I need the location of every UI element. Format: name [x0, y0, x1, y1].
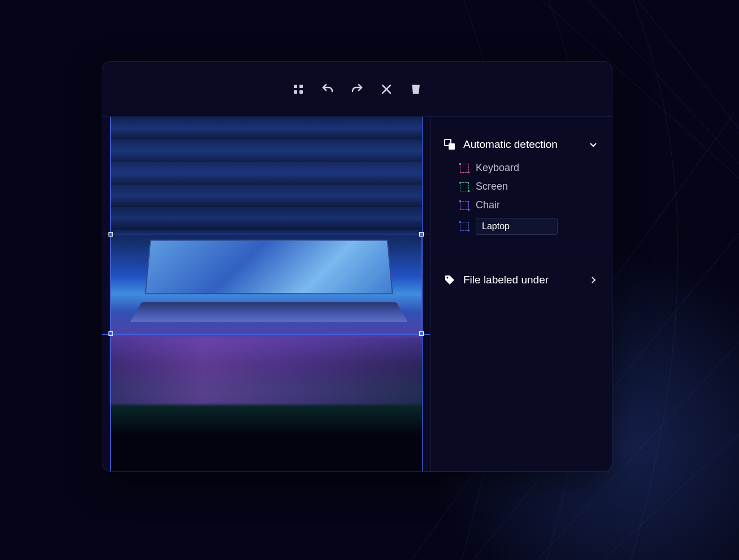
- redo-button[interactable]: [350, 82, 364, 96]
- automatic-detection-header[interactable]: Automatic detection: [431, 117, 612, 162]
- undo-icon: [321, 82, 334, 96]
- close-button[interactable]: [380, 82, 393, 96]
- close-icon: [380, 83, 393, 95]
- bbox-handle-bl[interactable]: [108, 331, 113, 336]
- trash-button[interactable]: [409, 82, 423, 96]
- bbox-icon: [460, 201, 469, 210]
- svg-rect-10: [299, 90, 303, 94]
- detection-title: Automatic detection: [463, 138, 558, 151]
- svg-line-2: [593, 0, 739, 339]
- main-area: Automatic detection Keyboard Screen Chai…: [102, 117, 612, 471]
- bbox-icon: [460, 182, 469, 191]
- label-item-chair[interactable]: Chair: [460, 199, 598, 211]
- svg-rect-8: [299, 85, 303, 88]
- label-text: Chair: [476, 199, 500, 211]
- app-window: Automatic detection Keyboard Screen Chai…: [102, 61, 612, 472]
- svg-rect-14: [449, 143, 455, 150]
- undo-button[interactable]: [321, 82, 334, 96]
- bbox-handle-br[interactable]: [419, 331, 424, 336]
- guideline-bottom[interactable]: [102, 334, 430, 335]
- canvas-area[interactable]: [102, 117, 430, 471]
- image-chair-back: [110, 117, 422, 235]
- svg-rect-9: [294, 90, 297, 94]
- redo-icon: [350, 82, 364, 96]
- label-item-keyboard[interactable]: Keyboard: [460, 162, 598, 174]
- bbox-handle-tr[interactable]: [419, 232, 424, 237]
- label-text: Keyboard: [476, 162, 519, 174]
- svg-rect-7: [294, 85, 297, 88]
- grid-icon: [293, 84, 304, 95]
- svg-point-15: [447, 277, 449, 279]
- chevron-right-icon: [588, 275, 598, 285]
- bbox-handle-tl[interactable]: [108, 232, 113, 237]
- label-item-screen[interactable]: Screen: [460, 181, 598, 193]
- trash-icon: [411, 84, 421, 95]
- bbox-icon: [460, 164, 469, 173]
- file-labeled-header[interactable]: File labeled under: [431, 252, 612, 298]
- label-item-input-row: [460, 218, 598, 235]
- toolbar: [102, 62, 612, 117]
- label-list: Keyboard Screen Chair: [431, 162, 612, 252]
- label-text: Screen: [476, 181, 508, 193]
- detection-icon: [444, 139, 455, 150]
- bounding-box-laptop[interactable]: [110, 234, 422, 334]
- image-chair-seat: [110, 337, 422, 405]
- grid-button[interactable]: [292, 82, 305, 96]
- chevron-down-icon: [588, 139, 598, 150]
- tag-icon: [444, 274, 455, 286]
- sidebar: Automatic detection Keyboard Screen Chai…: [430, 117, 612, 471]
- bbox-icon: [460, 222, 469, 231]
- file-labeled-title: File labeled under: [463, 274, 549, 286]
- guideline-right[interactable]: [422, 117, 423, 471]
- label-input[interactable]: [476, 218, 558, 235]
